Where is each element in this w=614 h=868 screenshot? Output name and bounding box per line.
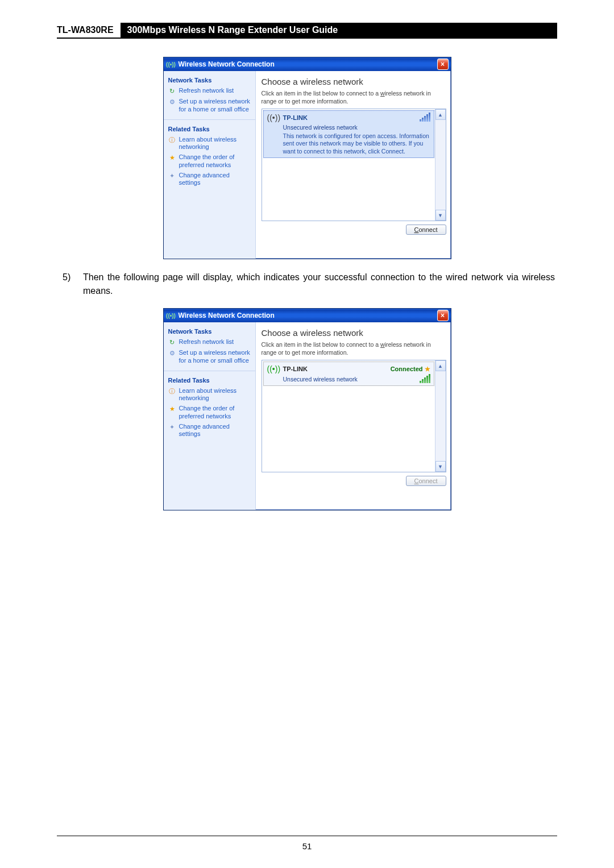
gear-icon: ✦ — [168, 423, 176, 431]
setup-link[interactable]: ⚙ Set up a wireless network for a home o… — [168, 349, 251, 365]
wireless-window-2: ((•)) Wireless Network Connection × Netw… — [163, 308, 451, 510]
scrollbar[interactable]: ▲ ▼ — [435, 109, 446, 221]
setup-icon: ⚙ — [168, 350, 176, 358]
related-tasks-heading: Related Tasks — [168, 377, 251, 384]
setup-icon: ⚙ — [168, 98, 176, 106]
star-icon: ★ — [168, 154, 176, 162]
doc-title: 300Mbps Wireless N Range Extender User G… — [121, 23, 557, 38]
close-icon[interactable]: × — [437, 310, 449, 321]
signal-bars-icon — [420, 114, 430, 122]
signal-bars-icon — [420, 375, 430, 383]
setup-link[interactable]: ⚙ Set up a wireless network for a home o… — [168, 98, 251, 114]
network-security: Unsecured wireless network — [283, 376, 358, 383]
network-tasks-heading: Network Tasks — [168, 77, 251, 84]
doc-model: TL-WA830RE — [57, 23, 121, 38]
antenna-icon: ((•)) — [267, 113, 281, 122]
connect-button[interactable]: Connect — [406, 476, 446, 486]
step-number: 5) — [63, 271, 83, 298]
network-item-tplink[interactable]: ((•)) TP-LINK Connected★ Unsecured wirel… — [263, 362, 434, 386]
setup-label: Set up a wireless network for a home or … — [179, 349, 251, 365]
scroll-up-icon[interactable]: ▲ — [435, 109, 446, 120]
task-divider — [164, 119, 255, 120]
titlebar[interactable]: ((•)) Wireless Network Connection × — [164, 57, 451, 71]
info-icon: ⓘ — [168, 388, 176, 396]
network-tasks-heading: Network Tasks — [168, 328, 251, 335]
scroll-down-icon[interactable]: ▼ — [435, 210, 446, 221]
close-icon[interactable]: × — [437, 59, 449, 70]
task-divider — [164, 371, 255, 371]
sidebar: Network Tasks ↻ Refresh network list ⚙ S… — [164, 322, 256, 510]
gear-icon: ✦ — [168, 172, 176, 180]
star-icon: ★ — [168, 405, 176, 413]
header-rule — [57, 38, 557, 39]
order-label: Change the order of preferred networks — [179, 153, 251, 169]
network-item-tplink[interactable]: ((•)) TP-LINK Unsecured wireless network… — [263, 110, 434, 157]
favorite-star-icon: ★ — [425, 366, 430, 373]
network-list: ((•)) TP-LINK Connected★ Unsecured wirel… — [262, 360, 446, 472]
step-5: 5) Then the following page will display,… — [63, 271, 555, 298]
doc-header: TL-WA830RE 300Mbps Wireless N Range Exte… — [57, 23, 557, 38]
advanced-link[interactable]: ✦ Change advanced settings — [168, 172, 251, 188]
connected-badge: Connected★ — [391, 366, 430, 373]
learn-link[interactable]: ⓘ Learn about wireless networking — [168, 387, 251, 403]
wireless-titlebar-icon: ((•)) — [167, 60, 175, 68]
advanced-label: Change advanced settings — [179, 172, 251, 188]
window-title: Wireless Network Connection — [179, 312, 437, 319]
related-tasks-heading: Related Tasks — [168, 126, 251, 132]
order-label: Change the order of preferred networks — [179, 405, 251, 421]
network-name: TP-LINK — [283, 114, 308, 121]
connect-button[interactable]: Connect — [406, 225, 446, 235]
network-list: ((•)) TP-LINK Unsecured wireless network… — [262, 109, 446, 221]
scroll-up-icon[interactable]: ▲ — [435, 360, 446, 371]
learn-link[interactable]: ⓘ Learn about wireless networking — [168, 136, 251, 152]
footer-rule — [57, 836, 557, 836]
scrollbar[interactable]: ▲ ▼ — [435, 360, 446, 472]
network-security: Unsecured wireless network — [283, 124, 430, 131]
order-link[interactable]: ★ Change the order of preferred networks — [168, 153, 251, 169]
choose-heading: Choose a wireless network — [262, 77, 446, 86]
wireless-window-1: ((•)) Wireless Network Connection × Netw… — [163, 57, 451, 259]
choose-sub: Click an item in the list below to conne… — [262, 341, 446, 356]
choose-sub: Click an item in the list below to conne… — [262, 90, 446, 105]
choose-heading: Choose a wireless network — [262, 328, 446, 338]
wireless-titlebar-icon: ((•)) — [167, 312, 175, 319]
advanced-link[interactable]: ✦ Change advanced settings — [168, 423, 251, 439]
page-number: 51 — [0, 841, 614, 851]
scroll-down-icon[interactable]: ▼ — [435, 461, 446, 472]
network-open-info: This network is configured for open acce… — [283, 132, 430, 155]
refresh-icon: ↻ — [168, 339, 176, 347]
info-icon: ⓘ — [168, 136, 176, 144]
learn-label: Learn about wireless networking — [179, 136, 251, 152]
refresh-icon: ↻ — [168, 88, 176, 95]
antenna-icon: ((•)) — [267, 364, 281, 373]
network-name: TP-LINK — [283, 366, 308, 372]
refresh-label: Refresh network list — [179, 338, 234, 346]
setup-label: Set up a wireless network for a home or … — [179, 98, 251, 114]
refresh-link[interactable]: ↻ Refresh network list — [168, 87, 251, 95]
refresh-label: Refresh network list — [179, 87, 234, 95]
step-text: Then the following page will display, wh… — [83, 271, 555, 298]
advanced-label: Change advanced settings — [179, 423, 251, 439]
learn-label: Learn about wireless networking — [179, 387, 251, 403]
refresh-link[interactable]: ↻ Refresh network list — [168, 338, 251, 347]
window-title: Wireless Network Connection — [179, 60, 437, 68]
sidebar: Network Tasks ↻ Refresh network list ⚙ S… — [164, 71, 256, 259]
titlebar[interactable]: ((•)) Wireless Network Connection × — [164, 309, 451, 322]
order-link[interactable]: ★ Change the order of preferred networks — [168, 405, 251, 421]
